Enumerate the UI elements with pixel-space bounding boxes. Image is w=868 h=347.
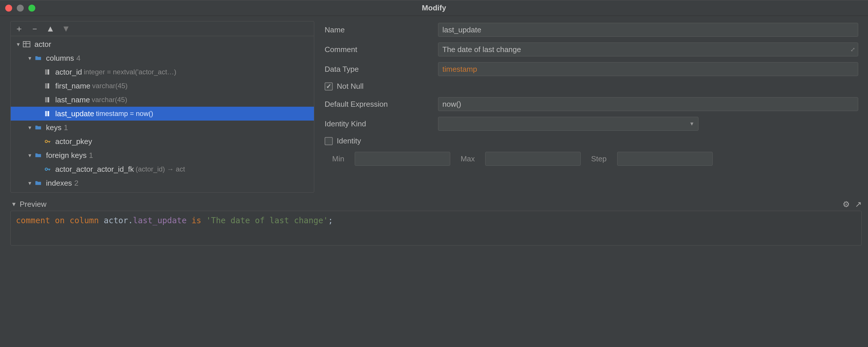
svg-rect-6 <box>48 83 49 89</box>
move-up-button[interactable]: ▲ <box>46 24 55 33</box>
fks-label: foreign keys <box>46 151 87 160</box>
column-icon <box>42 95 52 105</box>
folder-icon <box>33 150 43 160</box>
indexes-label: indexes <box>46 179 72 188</box>
gear-icon[interactable]: ⚙ <box>842 199 850 209</box>
chevron-down-icon[interactable]: ▼ <box>10 201 18 208</box>
folder-icon <box>33 53 43 63</box>
svg-rect-5 <box>45 83 47 89</box>
svg-rect-3 <box>45 69 47 74</box>
comment-input[interactable] <box>438 42 858 56</box>
folder-icon <box>33 178 43 188</box>
svg-rect-7 <box>45 97 47 102</box>
column-name: last_name <box>55 95 90 104</box>
sql-semicolon: ; <box>328 216 333 225</box>
window-minimize-button[interactable] <box>17 5 24 11</box>
tree-column-item[interactable]: first_name varchar(45) <box>11 79 314 93</box>
titlebar: Modify <box>0 0 868 16</box>
datatype-input[interactable] <box>438 62 858 76</box>
svg-rect-8 <box>48 97 49 102</box>
tree-toolbar: ＋ － ▲ ▼ <box>11 22 314 36</box>
key-name: actor_pkey <box>55 137 92 146</box>
tree-table-node[interactable]: ▾ actor <box>11 37 314 51</box>
preview-title: Preview <box>20 200 46 209</box>
min-label: Min <box>332 154 344 163</box>
fk-detail: (actor_id) → act <box>136 165 185 173</box>
notnull-checkbox[interactable] <box>324 83 333 91</box>
open-external-icon[interactable]: ↗ <box>855 199 862 209</box>
column-form: Name Comment ⤢ Data Type Not Null <box>318 16 868 196</box>
column-icon <box>42 67 52 77</box>
column-type: varchar(45) <box>92 82 128 90</box>
column-icon <box>42 81 52 91</box>
tree-indexes-folder[interactable]: ▾ indexes 2 <box>11 176 314 190</box>
max-input[interactable] <box>485 152 581 166</box>
tree-column-item-selected[interactable]: last_update timestamp = now() <box>11 107 314 121</box>
sql-dot: . <box>128 216 133 225</box>
remove-button[interactable]: － <box>30 24 39 33</box>
keys-count: 1 <box>64 123 68 132</box>
preview-section: ▼ Preview ⚙ ↗ comment on column actor.la… <box>10 198 862 246</box>
window-title: Modify <box>0 3 868 12</box>
add-button[interactable]: ＋ <box>15 24 24 33</box>
svg-point-11 <box>45 140 48 143</box>
fk-name: actor_actor_actor_id_fk <box>55 165 134 174</box>
name-input[interactable] <box>438 23 858 37</box>
svg-rect-9 <box>45 111 47 116</box>
chevron-down-icon: ▾ <box>26 180 33 187</box>
sql-keyword: comment on column <box>16 216 99 225</box>
max-label: Max <box>461 154 475 163</box>
key-icon <box>42 136 52 146</box>
fks-count: 1 <box>89 151 93 160</box>
svg-point-14 <box>45 168 48 170</box>
tree-keys-folder[interactable]: ▾ keys 1 <box>11 121 314 134</box>
keys-label: keys <box>46 123 61 132</box>
chevron-down-icon: ▼ <box>689 121 694 127</box>
identity-checkbox[interactable] <box>324 137 333 145</box>
column-type: varchar(45) <box>92 96 127 104</box>
column-type: integer = nextval('actor_act…) <box>84 68 177 76</box>
default-label: Default Expression <box>322 100 438 109</box>
table-icon <box>22 39 32 49</box>
comment-label: Comment <box>322 45 438 54</box>
column-type: timestamp = now() <box>96 109 153 118</box>
svg-rect-0 <box>23 42 30 47</box>
chevron-down-icon: ▾ <box>26 152 33 159</box>
identitykind-label: Identity Kind <box>322 119 438 128</box>
move-down-button[interactable]: ▼ <box>62 24 70 33</box>
table-name: actor <box>34 40 51 49</box>
folder-icon <box>33 123 43 132</box>
step-input[interactable] <box>617 152 713 166</box>
tree-key-item[interactable]: actor_pkey <box>11 134 314 148</box>
step-label: Step <box>591 154 607 163</box>
sql-table: actor <box>103 216 128 225</box>
name-label: Name <box>322 26 438 34</box>
window-close-button[interactable] <box>5 5 12 11</box>
identity-label: Identity <box>337 136 361 146</box>
sql-keyword: is <box>191 216 202 225</box>
window-zoom-button[interactable] <box>28 5 35 11</box>
sql-string: 'The date of last change' <box>206 216 328 225</box>
schema-tree-panel: ＋ － ▲ ▼ ▾ actor ▾ <box>10 21 314 193</box>
chevron-down-icon: ▾ <box>15 41 22 48</box>
svg-rect-10 <box>48 111 49 116</box>
notnull-label: Not Null <box>337 82 363 91</box>
column-name: last_update <box>55 109 94 118</box>
indexes-count: 2 <box>74 179 79 188</box>
tree-column-item[interactable]: actor_id integer = nextval('actor_act…) <box>11 65 314 79</box>
identitykind-select[interactable] <box>438 117 699 131</box>
column-icon <box>42 109 52 119</box>
foreign-key-icon <box>42 164 52 174</box>
expand-icon[interactable]: ⤢ <box>850 46 855 53</box>
chevron-down-icon: ▾ <box>26 55 33 62</box>
tree-fks-folder[interactable]: ▾ foreign keys 1 <box>11 148 314 162</box>
default-input[interactable] <box>438 97 858 111</box>
tree-columns-folder[interactable]: ▾ columns 4 <box>11 51 314 65</box>
tree-column-item[interactable]: last_name varchar(45) <box>11 93 314 107</box>
datatype-label: Data Type <box>322 65 438 74</box>
svg-rect-4 <box>48 69 49 74</box>
min-input[interactable] <box>355 152 450 166</box>
schema-tree: ▾ actor ▾ columns 4 <box>11 36 314 192</box>
tree-fk-item[interactable]: actor_actor_actor_id_fk (actor_id) → act <box>11 162 314 176</box>
chevron-down-icon: ▾ <box>26 124 33 131</box>
